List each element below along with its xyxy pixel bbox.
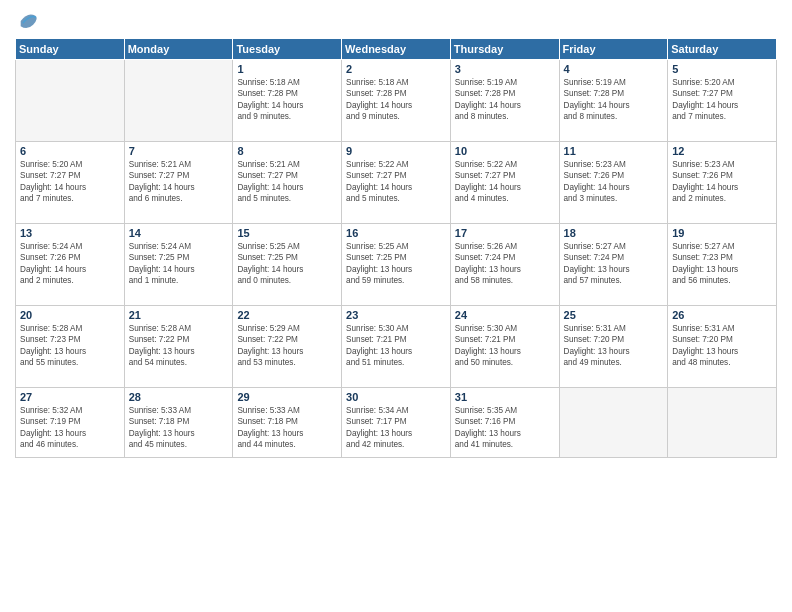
day-number: 23 xyxy=(346,309,446,321)
calendar-day-cell: 27Sunrise: 5:32 AM Sunset: 7:19 PM Dayli… xyxy=(16,388,125,458)
day-number: 15 xyxy=(237,227,337,239)
day-number: 19 xyxy=(672,227,772,239)
day-number: 25 xyxy=(564,309,664,321)
day-info: Sunrise: 5:18 AM Sunset: 7:28 PM Dayligh… xyxy=(346,77,446,123)
calendar-day-cell: 7Sunrise: 5:21 AM Sunset: 7:27 PM Daylig… xyxy=(124,142,233,224)
day-info: Sunrise: 5:21 AM Sunset: 7:27 PM Dayligh… xyxy=(129,159,229,205)
day-info: Sunrise: 5:20 AM Sunset: 7:27 PM Dayligh… xyxy=(20,159,120,205)
day-number: 31 xyxy=(455,391,555,403)
day-number: 1 xyxy=(237,63,337,75)
day-info: Sunrise: 5:28 AM Sunset: 7:22 PM Dayligh… xyxy=(129,323,229,369)
day-number: 30 xyxy=(346,391,446,403)
day-info: Sunrise: 5:22 AM Sunset: 7:27 PM Dayligh… xyxy=(455,159,555,205)
day-number: 20 xyxy=(20,309,120,321)
calendar-day-cell xyxy=(668,388,777,458)
calendar-day-cell xyxy=(16,60,125,142)
day-info: Sunrise: 5:23 AM Sunset: 7:26 PM Dayligh… xyxy=(564,159,664,205)
day-info: Sunrise: 5:22 AM Sunset: 7:27 PM Dayligh… xyxy=(346,159,446,205)
day-number: 8 xyxy=(237,145,337,157)
day-info: Sunrise: 5:24 AM Sunset: 7:26 PM Dayligh… xyxy=(20,241,120,287)
day-info: Sunrise: 5:19 AM Sunset: 7:28 PM Dayligh… xyxy=(564,77,664,123)
day-info: Sunrise: 5:24 AM Sunset: 7:25 PM Dayligh… xyxy=(129,241,229,287)
weekday-header: Wednesday xyxy=(342,39,451,60)
day-number: 9 xyxy=(346,145,446,157)
calendar-day-cell: 30Sunrise: 5:34 AM Sunset: 7:17 PM Dayli… xyxy=(342,388,451,458)
day-number: 16 xyxy=(346,227,446,239)
day-info: Sunrise: 5:31 AM Sunset: 7:20 PM Dayligh… xyxy=(672,323,772,369)
day-info: Sunrise: 5:30 AM Sunset: 7:21 PM Dayligh… xyxy=(346,323,446,369)
day-number: 17 xyxy=(455,227,555,239)
day-info: Sunrise: 5:18 AM Sunset: 7:28 PM Dayligh… xyxy=(237,77,337,123)
weekday-header: Tuesday xyxy=(233,39,342,60)
weekday-header: Friday xyxy=(559,39,668,60)
calendar-day-cell xyxy=(559,388,668,458)
day-number: 2 xyxy=(346,63,446,75)
day-number: 12 xyxy=(672,145,772,157)
logo-icon xyxy=(17,10,39,32)
day-number: 22 xyxy=(237,309,337,321)
calendar-day-cell: 16Sunrise: 5:25 AM Sunset: 7:25 PM Dayli… xyxy=(342,224,451,306)
day-info: Sunrise: 5:23 AM Sunset: 7:26 PM Dayligh… xyxy=(672,159,772,205)
day-info: Sunrise: 5:34 AM Sunset: 7:17 PM Dayligh… xyxy=(346,405,446,451)
day-info: Sunrise: 5:30 AM Sunset: 7:21 PM Dayligh… xyxy=(455,323,555,369)
day-info: Sunrise: 5:27 AM Sunset: 7:24 PM Dayligh… xyxy=(564,241,664,287)
day-number: 6 xyxy=(20,145,120,157)
day-info: Sunrise: 5:29 AM Sunset: 7:22 PM Dayligh… xyxy=(237,323,337,369)
calendar-day-cell: 11Sunrise: 5:23 AM Sunset: 7:26 PM Dayli… xyxy=(559,142,668,224)
calendar-week-row: 13Sunrise: 5:24 AM Sunset: 7:26 PM Dayli… xyxy=(16,224,777,306)
weekday-header: Thursday xyxy=(450,39,559,60)
calendar-day-cell: 5Sunrise: 5:20 AM Sunset: 7:27 PM Daylig… xyxy=(668,60,777,142)
calendar-week-row: 1Sunrise: 5:18 AM Sunset: 7:28 PM Daylig… xyxy=(16,60,777,142)
day-info: Sunrise: 5:20 AM Sunset: 7:27 PM Dayligh… xyxy=(672,77,772,123)
calendar-day-cell: 3Sunrise: 5:19 AM Sunset: 7:28 PM Daylig… xyxy=(450,60,559,142)
calendar-day-cell: 25Sunrise: 5:31 AM Sunset: 7:20 PM Dayli… xyxy=(559,306,668,388)
calendar-day-cell: 13Sunrise: 5:24 AM Sunset: 7:26 PM Dayli… xyxy=(16,224,125,306)
day-number: 10 xyxy=(455,145,555,157)
logo xyxy=(15,10,39,32)
weekday-header: Saturday xyxy=(668,39,777,60)
day-number: 27 xyxy=(20,391,120,403)
weekday-header: Monday xyxy=(124,39,233,60)
day-info: Sunrise: 5:25 AM Sunset: 7:25 PM Dayligh… xyxy=(237,241,337,287)
calendar-week-row: 20Sunrise: 5:28 AM Sunset: 7:23 PM Dayli… xyxy=(16,306,777,388)
calendar-day-cell: 10Sunrise: 5:22 AM Sunset: 7:27 PM Dayli… xyxy=(450,142,559,224)
calendar-day-cell: 14Sunrise: 5:24 AM Sunset: 7:25 PM Dayli… xyxy=(124,224,233,306)
day-info: Sunrise: 5:26 AM Sunset: 7:24 PM Dayligh… xyxy=(455,241,555,287)
day-info: Sunrise: 5:27 AM Sunset: 7:23 PM Dayligh… xyxy=(672,241,772,287)
day-info: Sunrise: 5:25 AM Sunset: 7:25 PM Dayligh… xyxy=(346,241,446,287)
calendar-table: SundayMondayTuesdayWednesdayThursdayFrid… xyxy=(15,38,777,458)
day-info: Sunrise: 5:35 AM Sunset: 7:16 PM Dayligh… xyxy=(455,405,555,451)
calendar-day-cell: 12Sunrise: 5:23 AM Sunset: 7:26 PM Dayli… xyxy=(668,142,777,224)
day-info: Sunrise: 5:28 AM Sunset: 7:23 PM Dayligh… xyxy=(20,323,120,369)
day-number: 21 xyxy=(129,309,229,321)
calendar-day-cell: 17Sunrise: 5:26 AM Sunset: 7:24 PM Dayli… xyxy=(450,224,559,306)
calendar-page: SundayMondayTuesdayWednesdayThursdayFrid… xyxy=(0,0,792,612)
calendar-day-cell xyxy=(124,60,233,142)
calendar-week-row: 6Sunrise: 5:20 AM Sunset: 7:27 PM Daylig… xyxy=(16,142,777,224)
day-number: 3 xyxy=(455,63,555,75)
calendar-day-cell: 19Sunrise: 5:27 AM Sunset: 7:23 PM Dayli… xyxy=(668,224,777,306)
header xyxy=(15,10,777,32)
calendar-day-cell: 18Sunrise: 5:27 AM Sunset: 7:24 PM Dayli… xyxy=(559,224,668,306)
day-info: Sunrise: 5:19 AM Sunset: 7:28 PM Dayligh… xyxy=(455,77,555,123)
calendar-day-cell: 2Sunrise: 5:18 AM Sunset: 7:28 PM Daylig… xyxy=(342,60,451,142)
day-number: 14 xyxy=(129,227,229,239)
calendar-day-cell: 21Sunrise: 5:28 AM Sunset: 7:22 PM Dayli… xyxy=(124,306,233,388)
calendar-day-cell: 31Sunrise: 5:35 AM Sunset: 7:16 PM Dayli… xyxy=(450,388,559,458)
day-number: 7 xyxy=(129,145,229,157)
day-number: 18 xyxy=(564,227,664,239)
day-info: Sunrise: 5:33 AM Sunset: 7:18 PM Dayligh… xyxy=(237,405,337,451)
day-info: Sunrise: 5:31 AM Sunset: 7:20 PM Dayligh… xyxy=(564,323,664,369)
calendar-day-cell: 1Sunrise: 5:18 AM Sunset: 7:28 PM Daylig… xyxy=(233,60,342,142)
day-number: 13 xyxy=(20,227,120,239)
calendar-day-cell: 23Sunrise: 5:30 AM Sunset: 7:21 PM Dayli… xyxy=(342,306,451,388)
day-number: 5 xyxy=(672,63,772,75)
calendar-day-cell: 4Sunrise: 5:19 AM Sunset: 7:28 PM Daylig… xyxy=(559,60,668,142)
calendar-day-cell: 8Sunrise: 5:21 AM Sunset: 7:27 PM Daylig… xyxy=(233,142,342,224)
day-info: Sunrise: 5:33 AM Sunset: 7:18 PM Dayligh… xyxy=(129,405,229,451)
calendar-day-cell: 20Sunrise: 5:28 AM Sunset: 7:23 PM Dayli… xyxy=(16,306,125,388)
weekday-header: Sunday xyxy=(16,39,125,60)
day-number: 4 xyxy=(564,63,664,75)
calendar-day-cell: 24Sunrise: 5:30 AM Sunset: 7:21 PM Dayli… xyxy=(450,306,559,388)
calendar-day-cell: 22Sunrise: 5:29 AM Sunset: 7:22 PM Dayli… xyxy=(233,306,342,388)
